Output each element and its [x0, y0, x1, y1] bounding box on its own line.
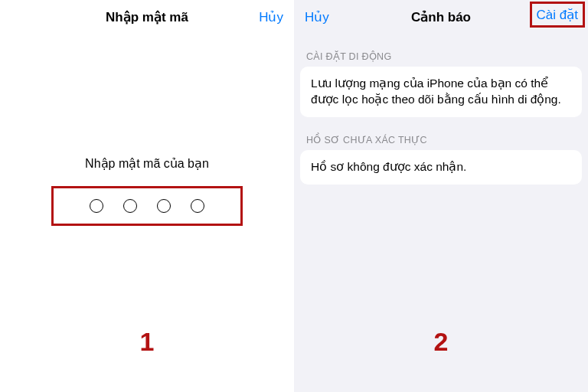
passcode-dot-icon — [157, 199, 171, 213]
nav-title-right: Cảnh báo — [411, 9, 471, 25]
cancel-button-left[interactable]: Hủy — [248, 0, 294, 34]
section-body-unverified: Hồ sơ không được xác nhận. — [300, 150, 582, 185]
step-number-1: 1 — [0, 327, 294, 357]
nav-title-left: Nhập mật mã — [106, 9, 188, 25]
passcode-dot-icon — [191, 199, 204, 213]
passcode-dot-icon — [123, 199, 137, 213]
section-body-mobile: Lưu lượng mạng của iPhone của bạn có thể… — [300, 67, 582, 117]
section-header-unverified: HỒ SƠ CHƯA XÁC THỰC — [294, 117, 588, 150]
cancel-button-right[interactable]: Hủy — [294, 0, 340, 34]
passcode-dot-icon — [90, 199, 103, 213]
install-button[interactable]: Cài đặt — [537, 7, 578, 23]
install-highlight-box: Cài đặt — [530, 2, 585, 28]
step-number-2: 2 — [294, 327, 588, 357]
section-header-mobile: CÀI ĐẶT DI ĐỘNG — [294, 34, 588, 67]
passcode-prompt-label: Nhập mật mã của bạn — [0, 156, 294, 171]
passcode-dots-row[interactable] — [51, 186, 243, 226]
navbar-left: Nhập mật mã Hủy — [0, 0, 294, 34]
warning-screen: Hủy Cảnh báo Cài đặt CÀI ĐẶT DI ĐỘNG Lưu… — [294, 0, 588, 392]
navbar-right: Hủy Cảnh báo Cài đặt — [294, 0, 588, 34]
passcode-screen: Nhập mật mã Hủy Nhập mật mã của bạn 1 — [0, 0, 294, 392]
